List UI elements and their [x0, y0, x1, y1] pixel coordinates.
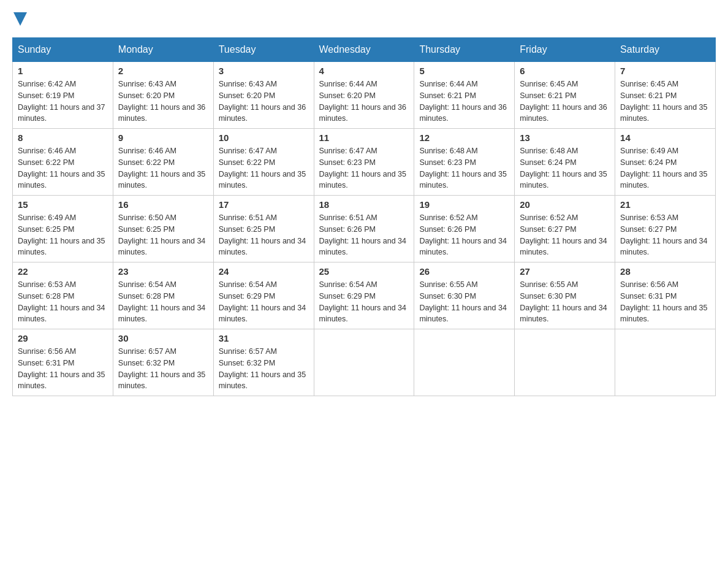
day-number: 22	[18, 266, 108, 277]
svg-marker-0	[13, 12, 27, 26]
calendar-cell: 21 Sunrise: 6:53 AMSunset: 6:27 PMDaylig…	[615, 196, 716, 262]
day-number: 3	[219, 66, 309, 76]
day-info: Sunrise: 6:54 AMSunset: 6:28 PMDaylight:…	[118, 279, 208, 325]
day-info: Sunrise: 6:47 AMSunset: 6:23 PMDaylight:…	[319, 145, 409, 191]
day-info: Sunrise: 6:52 AMSunset: 6:27 PMDaylight:…	[520, 212, 610, 258]
calendar-cell: 15 Sunrise: 6:49 AMSunset: 6:25 PMDaylig…	[13, 196, 113, 262]
calendar-cell: 30 Sunrise: 6:57 AMSunset: 6:32 PMDaylig…	[113, 329, 213, 396]
calendar-cell: 1 Sunrise: 6:42 AMSunset: 6:19 PMDayligh…	[13, 62, 113, 129]
calendar-cell: 14 Sunrise: 6:49 AMSunset: 6:24 PMDaylig…	[615, 129, 716, 196]
day-number: 13	[520, 132, 610, 143]
day-info: Sunrise: 6:43 AMSunset: 6:20 PMDaylight:…	[219, 79, 309, 124]
calendar-cell: 25 Sunrise: 6:54 AMSunset: 6:29 PMDaylig…	[314, 262, 414, 329]
day-info: Sunrise: 6:56 AMSunset: 6:31 PMDaylight:…	[18, 346, 108, 392]
week-row-5: 29 Sunrise: 6:56 AMSunset: 6:31 PMDaylig…	[13, 329, 716, 396]
day-info: Sunrise: 6:48 AMSunset: 6:23 PMDaylight:…	[419, 145, 509, 191]
day-info: Sunrise: 6:45 AMSunset: 6:21 PMDaylight:…	[520, 79, 610, 124]
day-number: 2	[118, 66, 208, 76]
day-info: Sunrise: 6:44 AMSunset: 6:20 PMDaylight:…	[319, 79, 409, 124]
calendar-cell: 29 Sunrise: 6:56 AMSunset: 6:31 PMDaylig…	[13, 329, 113, 396]
calendar-cell: 16 Sunrise: 6:50 AMSunset: 6:25 PMDaylig…	[113, 196, 213, 262]
day-info: Sunrise: 6:45 AMSunset: 6:21 PMDaylight:…	[620, 79, 710, 124]
day-number: 15	[18, 199, 108, 210]
calendar-cell: 6 Sunrise: 6:45 AMSunset: 6:21 PMDayligh…	[515, 62, 615, 129]
day-number: 10	[219, 132, 309, 143]
calendar-cell: 8 Sunrise: 6:46 AMSunset: 6:22 PMDayligh…	[13, 129, 113, 196]
calendar-cell: 9 Sunrise: 6:46 AMSunset: 6:22 PMDayligh…	[113, 129, 213, 196]
header-thursday: Thursday	[414, 38, 515, 62]
day-number: 21	[620, 199, 710, 210]
day-info: Sunrise: 6:49 AMSunset: 6:25 PMDaylight:…	[18, 212, 108, 258]
header-friday: Friday	[515, 38, 615, 62]
day-info: Sunrise: 6:56 AMSunset: 6:31 PMDaylight:…	[620, 279, 710, 325]
calendar-cell: 13 Sunrise: 6:48 AMSunset: 6:24 PMDaylig…	[515, 129, 615, 196]
day-number: 6	[520, 66, 610, 76]
header-monday: Monday	[113, 38, 213, 62]
header-sunday: Sunday	[13, 38, 113, 62]
calendar-cell: 12 Sunrise: 6:48 AMSunset: 6:23 PMDaylig…	[414, 129, 515, 196]
day-info: Sunrise: 6:52 AMSunset: 6:26 PMDaylight:…	[419, 212, 509, 258]
day-number: 14	[620, 132, 710, 143]
calendar-cell: 11 Sunrise: 6:47 AMSunset: 6:23 PMDaylig…	[314, 129, 414, 196]
header-row: Sunday Monday Tuesday Wednesday Thursday…	[13, 38, 716, 62]
calendar-cell: 7 Sunrise: 6:45 AMSunset: 6:21 PMDayligh…	[615, 62, 716, 129]
logo-arrow-icon	[13, 12, 27, 26]
header-saturday: Saturday	[615, 38, 716, 62]
day-number: 28	[620, 266, 710, 277]
day-info: Sunrise: 6:54 AMSunset: 6:29 PMDaylight:…	[319, 279, 409, 325]
day-info: Sunrise: 6:55 AMSunset: 6:30 PMDaylight:…	[419, 279, 509, 325]
day-info: Sunrise: 6:48 AMSunset: 6:24 PMDaylight:…	[520, 145, 610, 191]
calendar-cell: 31 Sunrise: 6:57 AMSunset: 6:32 PMDaylig…	[213, 329, 314, 396]
day-info: Sunrise: 6:51 AMSunset: 6:25 PMDaylight:…	[219, 212, 309, 258]
day-info: Sunrise: 6:53 AMSunset: 6:27 PMDaylight:…	[620, 212, 710, 258]
calendar-cell: 3 Sunrise: 6:43 AMSunset: 6:20 PMDayligh…	[213, 62, 314, 129]
day-info: Sunrise: 6:44 AMSunset: 6:21 PMDaylight:…	[419, 79, 509, 124]
day-number: 16	[118, 199, 208, 210]
day-number: 12	[419, 132, 509, 143]
day-info: Sunrise: 6:46 AMSunset: 6:22 PMDaylight:…	[118, 145, 208, 191]
calendar-cell	[515, 329, 615, 396]
day-number: 5	[419, 66, 509, 76]
day-number: 7	[620, 66, 710, 76]
calendar-cell: 27 Sunrise: 6:55 AMSunset: 6:30 PMDaylig…	[515, 262, 615, 329]
day-number: 20	[520, 199, 610, 210]
day-number: 4	[319, 66, 409, 76]
day-info: Sunrise: 6:57 AMSunset: 6:32 PMDaylight:…	[219, 346, 309, 392]
calendar-cell: 5 Sunrise: 6:44 AMSunset: 6:21 PMDayligh…	[414, 62, 515, 129]
header-wednesday: Wednesday	[314, 38, 414, 62]
week-row-1: 1 Sunrise: 6:42 AMSunset: 6:19 PMDayligh…	[13, 62, 716, 129]
day-number: 26	[419, 266, 509, 277]
day-number: 17	[219, 199, 309, 210]
calendar-cell: 20 Sunrise: 6:52 AMSunset: 6:27 PMDaylig…	[515, 196, 615, 262]
day-info: Sunrise: 6:55 AMSunset: 6:30 PMDaylight:…	[520, 279, 610, 325]
day-number: 1	[18, 66, 108, 76]
calendar-cell: 24 Sunrise: 6:54 AMSunset: 6:29 PMDaylig…	[213, 262, 314, 329]
calendar-cell	[314, 329, 414, 396]
day-number: 9	[118, 132, 208, 143]
calendar-cell: 4 Sunrise: 6:44 AMSunset: 6:20 PMDayligh…	[314, 62, 414, 129]
calendar-cell	[414, 329, 515, 396]
day-info: Sunrise: 6:51 AMSunset: 6:26 PMDaylight:…	[319, 212, 409, 258]
calendar-cell: 22 Sunrise: 6:53 AMSunset: 6:28 PMDaylig…	[13, 262, 113, 329]
calendar-table: Sunday Monday Tuesday Wednesday Thursday…	[12, 37, 716, 396]
calendar-cell: 26 Sunrise: 6:55 AMSunset: 6:30 PMDaylig…	[414, 262, 515, 329]
day-info: Sunrise: 6:49 AMSunset: 6:24 PMDaylight:…	[620, 145, 710, 191]
calendar-cell: 18 Sunrise: 6:51 AMSunset: 6:26 PMDaylig…	[314, 196, 414, 262]
calendar-cell: 10 Sunrise: 6:47 AMSunset: 6:22 PMDaylig…	[213, 129, 314, 196]
calendar-cell	[615, 329, 716, 396]
calendar-body: 1 Sunrise: 6:42 AMSunset: 6:19 PMDayligh…	[13, 62, 716, 396]
day-number: 27	[520, 266, 610, 277]
week-row-4: 22 Sunrise: 6:53 AMSunset: 6:28 PMDaylig…	[13, 262, 716, 329]
day-info: Sunrise: 6:42 AMSunset: 6:19 PMDaylight:…	[18, 79, 108, 124]
week-row-2: 8 Sunrise: 6:46 AMSunset: 6:22 PMDayligh…	[13, 129, 716, 196]
header-tuesday: Tuesday	[213, 38, 314, 62]
day-number: 18	[319, 199, 409, 210]
page-header	[12, 12, 716, 31]
day-info: Sunrise: 6:57 AMSunset: 6:32 PMDaylight:…	[118, 346, 208, 392]
day-number: 30	[118, 333, 208, 343]
day-number: 24	[219, 266, 309, 277]
calendar-cell: 28 Sunrise: 6:56 AMSunset: 6:31 PMDaylig…	[615, 262, 716, 329]
day-number: 19	[419, 199, 509, 210]
day-info: Sunrise: 6:46 AMSunset: 6:22 PMDaylight:…	[18, 145, 108, 191]
calendar-cell: 19 Sunrise: 6:52 AMSunset: 6:26 PMDaylig…	[414, 196, 515, 262]
